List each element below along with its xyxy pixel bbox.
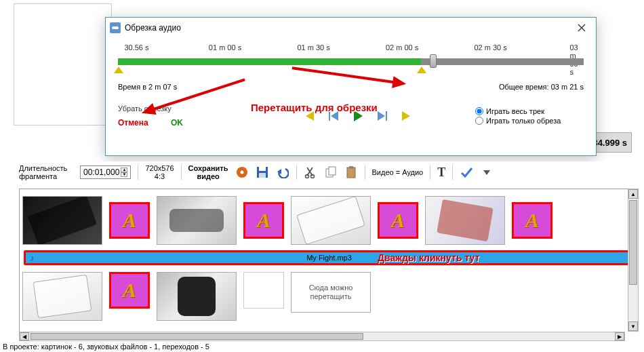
trim-end-handle[interactable] — [417, 66, 426, 73]
transition-thumbnail[interactable]: A — [512, 202, 552, 239]
cut-button[interactable] — [304, 165, 317, 179]
save-video-button[interactable]: Сохранить видео — [188, 164, 228, 180]
preview-panel — [14, 3, 112, 125]
music-note-icon: ♪ — [30, 253, 35, 263]
radio-play-all-label: Играть весь трек — [486, 107, 544, 115]
scroll-thumb[interactable] — [629, 200, 637, 285]
scroll-left-button[interactable]: ◀ — [20, 332, 29, 340]
next-button[interactable] — [376, 110, 388, 122]
main-toolbar: Длительность фрагмента 00:01,000 ▲▼ 720x… — [19, 161, 625, 183]
resolution-display[interactable]: 720x5764:3 — [145, 164, 174, 180]
separator — [296, 165, 297, 180]
separator — [365, 165, 365, 180]
transition-a-icon: A — [525, 209, 539, 232]
cancel-button[interactable]: Отмена — [118, 118, 148, 128]
image-thumbnail[interactable] — [157, 196, 237, 245]
selection-time: Время в 2 m 07 s — [118, 83, 177, 91]
svg-rect-17 — [347, 168, 355, 178]
svg-point-14 — [310, 175, 314, 178]
radio-play-trim-label: Играть только обреза — [486, 117, 561, 125]
transition-a-icon: A — [391, 209, 405, 232]
trim-start-handle[interactable] — [114, 66, 123, 73]
duration-down[interactable]: ▼ — [121, 172, 127, 177]
transition-a-icon: A — [257, 209, 270, 232]
audio-track[interactable]: ♪ My Fight.mp3 Дважды кликнуть тут — [24, 250, 635, 265]
trim-end-icon — [402, 111, 411, 121]
apply-icon — [460, 165, 473, 179]
undo-button[interactable] — [276, 165, 289, 179]
ok-button[interactable]: OK — [171, 118, 183, 128]
image-thumbnail[interactable] — [291, 196, 371, 245]
tick-label: 30.56 s — [124, 43, 148, 52]
copy-button[interactable] — [324, 165, 338, 179]
close-icon — [578, 24, 586, 32]
save-disk-icon — [256, 166, 268, 178]
save-button[interactable] — [256, 165, 269, 179]
burn-button[interactable] — [235, 165, 249, 179]
close-button[interactable] — [571, 20, 592, 35]
apply-button[interactable] — [460, 165, 473, 179]
svg-point-13 — [305, 175, 308, 178]
separator — [138, 165, 138, 180]
svg-rect-16 — [329, 167, 336, 175]
image-thumbnail[interactable] — [425, 196, 505, 245]
paste-button[interactable] — [344, 165, 358, 179]
radio-play-trim-input[interactable] — [475, 117, 483, 125]
transition-thumbnail[interactable]: A — [378, 202, 418, 239]
time-ruler: 30.56 s 01 m 00 s 01 m 30 s 02 m 00 s 02… — [118, 43, 584, 54]
playhead[interactable] — [430, 54, 437, 68]
scroll-up-button[interactable]: ▲ — [628, 189, 638, 199]
total-time: Общее время: 03 m 21 s — [499, 83, 584, 91]
duration-input[interactable]: 00:01,000 ▲▼ — [80, 165, 131, 179]
image-thumbnail[interactable] — [22, 272, 102, 321]
transition-thumbnail[interactable]: A — [109, 202, 150, 239]
separator — [430, 165, 430, 180]
radio-play-all-input[interactable] — [475, 107, 483, 115]
image-thumbnail[interactable] — [157, 272, 237, 321]
scroll-thumb[interactable] — [31, 333, 363, 340]
duration-up[interactable]: ▲ — [121, 168, 127, 172]
thumbnail-row-2: A Сюда можно перетащить — [20, 268, 639, 325]
svg-rect-18 — [349, 166, 353, 169]
svg-point-8 — [240, 171, 243, 174]
transition-thumbnail[interactable]: A — [109, 272, 150, 309]
drop-target[interactable]: Сюда можно перетащить — [291, 272, 371, 313]
undo-icon — [277, 166, 289, 178]
burn-icon — [236, 166, 248, 178]
horizontal-scrollbar[interactable]: ◀ ▶ — [19, 332, 625, 341]
radio-play-all[interactable]: Играть весь трек — [475, 107, 584, 115]
transition-thumbnail[interactable]: A — [243, 202, 284, 239]
scroll-down-button[interactable]: ▼ — [628, 321, 638, 331]
separator — [452, 165, 453, 180]
chevron-down-icon — [483, 169, 490, 176]
video-audio-toggle[interactable]: Видео = Аудио — [372, 168, 424, 176]
tick-label: 01 m 00 s — [209, 43, 241, 52]
text-button[interactable]: T — [437, 165, 445, 180]
image-thumbnail[interactable] — [22, 196, 102, 245]
svg-rect-11 — [259, 173, 266, 178]
jump-end-button[interactable] — [401, 110, 413, 122]
duration-label: Длительность фрагмента — [19, 164, 73, 180]
dialog-titlebar[interactable]: Обрезка аудио — [106, 18, 596, 38]
radio-play-trim[interactable]: Играть только обреза — [475, 117, 584, 125]
status-bar: В проекте: картинок - 6, звуковых файлов… — [3, 341, 209, 352]
copy-icon — [325, 166, 337, 178]
audio-filename: My Fight.mp3 — [306, 254, 352, 262]
svg-marker-4 — [378, 111, 385, 121]
dialog-title: Обрезка аудио — [125, 23, 571, 33]
vertical-scrollbar[interactable]: ▲ ▼ — [628, 189, 639, 332]
transition-a-icon: A — [123, 279, 136, 302]
thumbnail-row: A A A A — [20, 189, 639, 248]
annotation-drag: Перетащить для обрезки — [251, 102, 378, 113]
scroll-right-button[interactable]: ▶ — [615, 332, 624, 340]
cut-icon — [304, 166, 317, 178]
timeline-panel: A A A A ♪ My Fight.mp3 Дважды кликнуть т… — [19, 189, 639, 332]
tick-label: 02 m 00 s — [386, 43, 418, 52]
transition-empty[interactable] — [243, 272, 284, 309]
dropdown-button[interactable] — [480, 165, 494, 179]
tick-label: 02 m 30 s — [474, 43, 506, 52]
tick-label: 01 m 30 s — [297, 43, 329, 52]
track-selection — [118, 58, 421, 65]
trim-track[interactable] — [118, 57, 584, 66]
svg-rect-10 — [259, 167, 266, 171]
